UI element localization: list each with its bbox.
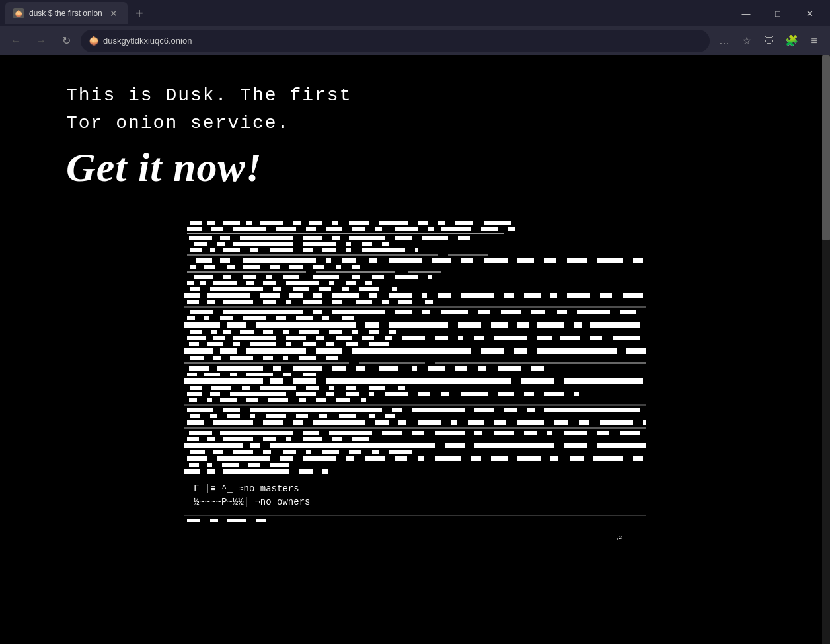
svg-rect-395	[227, 519, 246, 522]
svg-rect-196	[494, 336, 527, 340]
svg-rect-305	[339, 414, 356, 418]
close-button[interactable]: ✕	[794, 3, 825, 24]
svg-rect-307	[385, 414, 395, 418]
svg-rect-176	[240, 330, 254, 334]
svg-rect-197	[537, 336, 552, 340]
svg-rect-140	[190, 310, 213, 314]
back-button[interactable]: ←	[5, 30, 26, 52]
extension-button[interactable]: 🧩	[781, 30, 802, 52]
svg-rect-6	[293, 221, 301, 225]
shield-button[interactable]: 🛡	[759, 30, 780, 52]
svg-rect-121	[461, 293, 494, 298]
page-content: This is Dusk. The first Tor onion servic…	[0, 55, 830, 644]
forward-button[interactable]: →	[30, 30, 52, 52]
svg-rect-334	[524, 431, 537, 435]
svg-rect-274	[498, 392, 514, 396]
svg-rect-19	[306, 227, 316, 231]
svg-rect-151	[577, 310, 610, 314]
svg-rect-112	[207, 293, 250, 298]
svg-rect-369	[365, 456, 385, 461]
svg-rect-272	[441, 392, 449, 396]
svg-rect-226	[184, 362, 349, 364]
svg-rect-388	[299, 469, 313, 474]
svg-rect-97	[246, 281, 254, 285]
svg-rect-40	[233, 242, 293, 246]
browser-chrome: 🧅 dusk $ the first onion ✕ + — □ ✕ ← → ↻…	[0, 0, 830, 55]
svg-rect-201	[189, 342, 199, 346]
svg-rect-75	[243, 265, 260, 269]
svg-rect-41	[303, 242, 336, 246]
svg-rect-44	[382, 242, 389, 246]
maximize-button[interactable]: □	[763, 3, 793, 24]
svg-rect-8	[332, 221, 338, 225]
active-tab[interactable]: 🧅 dusk $ the first onion ✕	[5, 2, 128, 24]
svg-rect-143	[332, 310, 385, 314]
bookmark-button[interactable]: ☆	[736, 30, 757, 52]
svg-rect-26	[481, 227, 498, 231]
svg-rect-99	[286, 281, 319, 285]
svg-rect-92	[395, 275, 418, 279]
svg-rect-207	[326, 342, 334, 346]
svg-rect-95	[200, 281, 206, 285]
svg-rect-5	[260, 221, 283, 225]
svg-rect-330	[412, 431, 424, 435]
svg-rect-101	[346, 281, 356, 285]
svg-rect-88	[283, 275, 299, 279]
svg-rect-134	[332, 300, 342, 304]
svg-rect-37	[458, 236, 470, 240]
svg-rect-375	[517, 456, 541, 461]
svg-rect-28	[187, 233, 504, 234]
svg-rect-103	[190, 287, 200, 291]
svg-rect-63	[389, 258, 422, 263]
tab-close-button[interactable]: ✕	[108, 7, 120, 19]
svg-rect-308	[187, 420, 204, 425]
svg-rect-131	[263, 300, 276, 304]
tab-bar: 🧅 dusk $ the first onion ✕ + — □ ✕	[0, 0, 830, 26]
svg-rect-2	[207, 221, 215, 225]
svg-rect-35	[395, 236, 412, 240]
svg-rect-189	[336, 336, 352, 340]
menu-button[interactable]: ≡	[804, 30, 825, 52]
svg-rect-15	[187, 227, 202, 231]
svg-rect-165	[389, 322, 448, 328]
svg-rect-322	[600, 420, 633, 425]
svg-rect-205	[286, 342, 291, 346]
svg-rect-72	[190, 265, 196, 269]
svg-rect-32	[303, 236, 322, 240]
svg-rect-238	[455, 366, 467, 371]
svg-rect-283	[299, 398, 306, 402]
svg-rect-169	[537, 322, 564, 328]
svg-rect-31	[240, 236, 293, 240]
scrollbar-thumb[interactable]	[822, 55, 830, 240]
address-bar[interactable]: 🧅 duskgytldkxiuqc6.onion	[81, 30, 710, 52]
svg-rect-119	[422, 293, 427, 298]
svg-rect-311	[293, 420, 303, 425]
svg-rect-354	[190, 450, 205, 454]
new-tab-button[interactable]: +	[130, 4, 149, 22]
svg-rect-71	[633, 258, 643, 263]
svg-rect-84	[194, 275, 213, 279]
svg-rect-232	[293, 366, 322, 371]
svg-rect-331	[435, 431, 465, 435]
svg-rect-251	[326, 378, 511, 384]
reload-button[interactable]: ↻	[56, 30, 77, 52]
svg-rect-77	[289, 265, 303, 269]
svg-rect-366	[280, 456, 293, 461]
svg-rect-247	[303, 373, 316, 376]
svg-rect-351	[474, 443, 554, 448]
svg-rect-106	[293, 287, 309, 291]
svg-rect-328	[329, 431, 372, 435]
svg-rect-315	[418, 420, 441, 425]
svg-rect-34	[349, 236, 385, 240]
svg-rect-267	[326, 392, 334, 396]
ascii-art-svg: Γ |≡ ^_ ≈no masters ½~~~~P~½½| ¬no owner…	[184, 217, 646, 567]
svg-rect-162	[227, 322, 246, 328]
svg-rect-359	[306, 450, 311, 454]
minimize-button[interactable]: —	[731, 3, 761, 24]
svg-rect-318	[494, 420, 506, 425]
svg-rect-324	[184, 427, 646, 429]
more-button[interactable]: …	[714, 30, 735, 52]
ascii-art-visual: Γ |≡ ^_ ≈no masters ½~~~~P~½½| ¬no owner…	[184, 217, 646, 567]
svg-rect-264	[210, 392, 220, 396]
tab-favicon: 🧅	[13, 8, 24, 18]
